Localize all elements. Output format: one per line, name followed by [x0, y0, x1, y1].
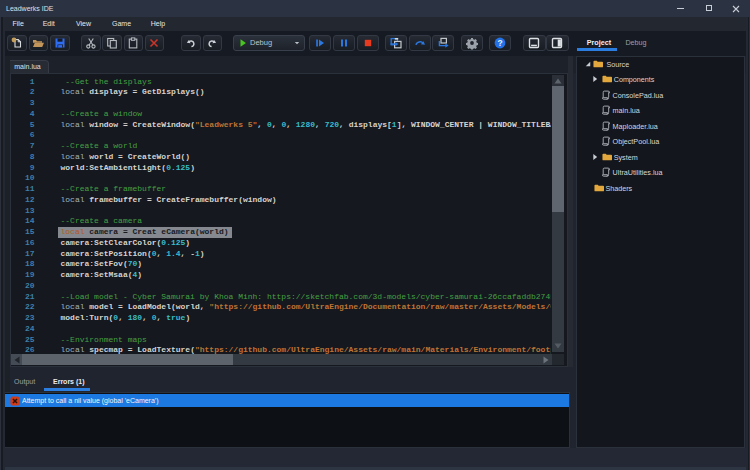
- svg-text:?: ?: [497, 38, 502, 48]
